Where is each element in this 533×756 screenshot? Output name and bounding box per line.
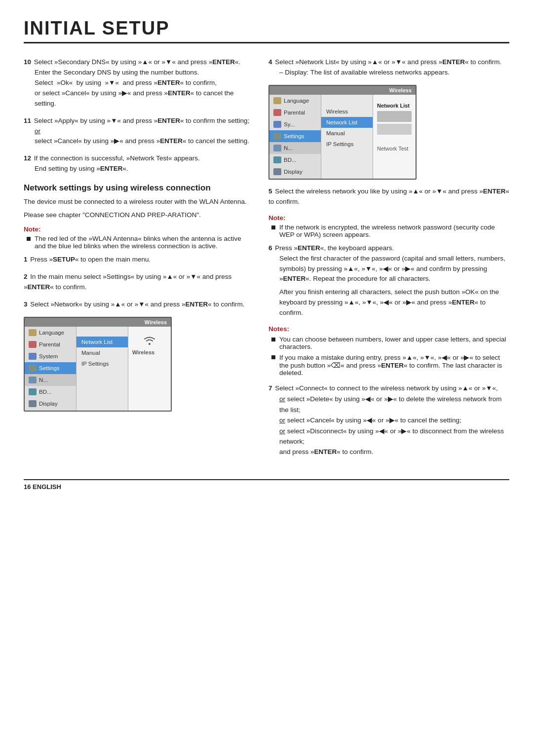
note-item-1: The red led of the »WLAN Antenna« blinks… <box>27 235 251 250</box>
submenu-r-manual: Manual <box>321 128 373 139</box>
notes-label: Notes: <box>268 325 509 333</box>
svg-point-0 <box>149 343 151 345</box>
step-3: 3 Select »Network« by using »▲« or »▼« a… <box>24 300 251 310</box>
left-column: 10 Select »Secondary DNS« by using »▲« o… <box>24 57 251 464</box>
step-1: 1 Press »SETUP« to open the main menu. <box>24 255 251 265</box>
step-7-or2: or select »Cancel« by using »◀« or »▶« t… <box>279 415 509 426</box>
submenu-r-ip: IP Settings <box>321 139 373 150</box>
step-11-num: 11 <box>24 117 31 124</box>
menu-item-r-sy: Sy... <box>269 118 321 130</box>
step-4-num: 4 <box>268 58 272 66</box>
step-10: 10 Select »Secondary DNS« by using »▲« o… <box>24 57 251 109</box>
section-intro-2: Please see chapter "CONNECTION AND PREP-… <box>24 210 251 221</box>
notes-section: Notes: You can choose between numbers, l… <box>268 325 509 377</box>
section-intro-1: The device must be connected to a wirele… <box>24 197 251 207</box>
note-box-step5: Note: If the network is encrypted, the w… <box>268 214 509 238</box>
step-6-num: 6 <box>268 244 272 252</box>
network-list-item-1 <box>377 111 412 122</box>
menu-item-r-display: Display <box>269 166 321 178</box>
submenu-r-wireless: Wireless <box>321 105 373 117</box>
note-box-wireless: Note: The red led of the »WLAN Antenna« … <box>24 226 251 250</box>
wireless-icon <box>142 335 157 345</box>
menu-col3-2: Network List Network Test <box>373 95 416 179</box>
submenu-r-networklist: Network List <box>321 117 373 128</box>
right-column: 4 Select »Network List« by using »▲« or … <box>268 57 509 464</box>
menu-col1-2: Language Parental Sy... Settings N... <box>269 95 321 179</box>
notes-bullet-1 <box>271 338 275 341</box>
step-7-or1: or select »Delete« by using »◀« or »▶« t… <box>279 394 509 415</box>
menu-col1-1: Language Parental System Settings N... <box>25 327 76 411</box>
menu-item-r-language: Language <box>269 95 321 107</box>
note-label: Note: <box>24 226 251 233</box>
menu-col3-1: Wireless <box>128 327 171 411</box>
step-12-num: 12 <box>24 154 31 162</box>
menu-item-parental: Parental <box>25 339 76 350</box>
submenu-network-list: Network List <box>76 337 128 347</box>
network-list-item-2 <box>377 124 412 135</box>
note-label-step5: Note: <box>268 214 509 222</box>
step-3-num: 3 <box>24 301 28 308</box>
menu-item-r-bd: BD... <box>269 154 321 166</box>
submenu-manual: Manual <box>76 347 128 358</box>
menu-col2-2: Wireless Network List Manual IP Settings <box>321 95 373 179</box>
page-footer: 16 ENGLISH <box>24 479 509 491</box>
step-4: 4 Select »Network List« by using »▲« or … <box>268 57 509 78</box>
menu-item-audio: Audio <box>25 410 76 412</box>
note-bullet-1 <box>27 237 31 241</box>
note-item-step5: If the network is encrypted, the wireles… <box>271 224 509 238</box>
step-5-num: 5 <box>268 188 272 195</box>
step-7-or3: or select »Disconnect« by using »◀« or »… <box>279 426 509 447</box>
menu-item-settings: Settings <box>25 362 76 374</box>
menu-item-r-settings: Settings <box>269 130 321 142</box>
step-6: 6 Press »ENTER«, the keyboard appears. S… <box>268 243 509 318</box>
menu-item-language: Language <box>25 327 76 339</box>
menu-item-r-n: N... <box>269 142 321 154</box>
section-title-wireless: Network settings by using wireless conne… <box>24 183 251 193</box>
menu-mockup-1: Wireless Language Parental System Settin… <box>24 317 172 412</box>
menu-item-bdlive: BD... <box>25 386 76 398</box>
notes-item-2: If you make a mistake during entry, pres… <box>271 353 509 377</box>
menu-item-display: Display <box>25 398 76 410</box>
step-2: 2 In the main menu select »Settings« by … <box>24 272 251 293</box>
step-7-num: 7 <box>268 384 272 392</box>
step-10-num: 10 <box>24 58 31 66</box>
step-11: 11 Select »Apply« by using »▼« and press… <box>24 116 251 147</box>
menu-item-system: System <box>25 350 76 362</box>
menu-col2-1: Network List Manual IP Settings <box>76 327 128 411</box>
notes-item-1: You can choose between numbers, lower an… <box>271 336 509 350</box>
menu-top-bar-2: Wireless <box>269 86 416 95</box>
notes-bullet-2 <box>271 355 275 359</box>
menu-item-r-parental: Parental <box>269 107 321 118</box>
step-5: 5 Select the wireless network you like b… <box>268 187 509 207</box>
page-footer-text: 16 ENGLISH <box>24 483 61 491</box>
page-title: INITIAL SETUP <box>24 18 509 43</box>
step-12: 12 If the connection is successful, »Net… <box>24 153 251 174</box>
menu-item-network: N... <box>25 374 76 386</box>
menu-mockup-2: Wireless Language Parental Sy... Setting… <box>268 85 417 180</box>
menu-item-r-audio: Audio <box>269 178 321 180</box>
menu-top-bar-1: Wireless <box>25 318 171 327</box>
step-1-num: 1 <box>24 256 28 263</box>
step-2-num: 2 <box>24 273 28 280</box>
step-7: 7 Select »Connect« to connect to the wir… <box>268 383 509 457</box>
main-content: 10 Select »Secondary DNS« by using »▲« o… <box>24 57 509 464</box>
note-bullet-step5 <box>271 226 275 229</box>
submenu-ip-settings: IP Settings <box>76 358 128 369</box>
